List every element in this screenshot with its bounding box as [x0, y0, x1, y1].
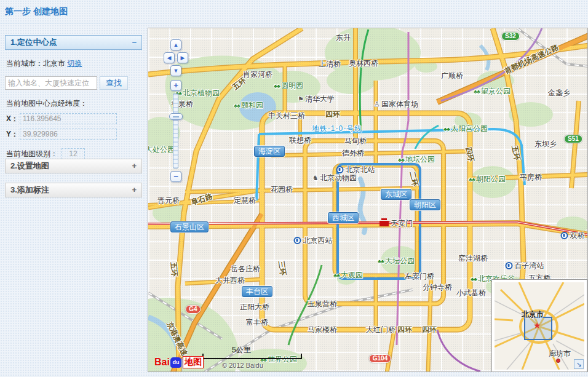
map-label-station: 北京西站 — [294, 237, 333, 244]
tree-icon: ♣♣ — [443, 126, 450, 132]
tiananmen-icon — [379, 221, 389, 226]
collapse-icon[interactable]: − — [132, 36, 137, 49]
expand-icon[interactable]: + — [132, 183, 137, 197]
map-label-text: 四环 — [325, 110, 340, 119]
map-label-text: 五环 — [169, 261, 179, 277]
map-label-place: 富丰桥 — [246, 319, 268, 326]
baidu-logo-ditu: 地图 — [183, 356, 204, 368]
map-label-roadlab: 五环 — [170, 262, 178, 277]
map-label-text: 玉泉营桥 — [308, 300, 337, 308]
metro-station-icon — [294, 237, 301, 244]
map-label-text: 四环 — [397, 325, 412, 334]
map-label-text: 太阳宫公园 — [451, 124, 488, 133]
x-coord-input[interactable] — [20, 113, 117, 124]
map-label-text: 京港澳高速 — [165, 320, 189, 357]
zoom-in-button[interactable]: + — [170, 80, 181, 91]
map-label-place: 分钟寺桥 — [423, 284, 452, 291]
overview-minimap[interactable]: 北京市 ★ 廊坊市 ↘ — [491, 279, 587, 372]
map-label-tiananmen: 天安门 — [379, 220, 413, 227]
panel-locate-center-header[interactable]: 1.定位中心点 − — [5, 35, 142, 50]
map-label-place: 上清桥 — [319, 60, 341, 68]
minimap-city2-dot — [556, 359, 560, 363]
map-label-text: 花园桥 — [271, 185, 293, 194]
map-label-place: 定慧桥 — [234, 197, 256, 204]
map-label-text: 德外桥 — [342, 149, 364, 157]
map-label-text: 北京北站 — [346, 165, 375, 174]
map-builder-page: 第一步 创建地图 1.定位中心点 − 当前城市：北京市 切换 查找 当前地图中心… — [0, 0, 588, 377]
pan-down-button[interactable]: ▼ — [170, 65, 181, 76]
zoom-out-button[interactable]: − — [170, 171, 181, 182]
map-label-shield-g: S32 — [501, 32, 520, 41]
minimap-collapse-button[interactable]: ↘ — [574, 359, 584, 369]
map-level-input[interactable] — [62, 148, 85, 159]
map-label-text: 西城区 — [332, 213, 354, 222]
map-label-text: 望京公园 — [481, 87, 511, 95]
map-label-text: 朝阳公园 — [476, 175, 506, 183]
map-label-text: 北京动物园 — [320, 173, 357, 182]
scale-bar — [202, 355, 302, 359]
zoo-icon: ♞ — [312, 174, 319, 181]
minimap-content: 北京市 ★ 廊坊市 ↘ — [495, 282, 584, 370]
search-input[interactable] — [5, 76, 97, 90]
metro-station-icon — [336, 166, 344, 173]
map-label-roadlab: 五环 — [511, 145, 522, 161]
map-label-roadlab: 四环 — [422, 326, 437, 333]
tree-icon: ♣♣ — [274, 83, 280, 89]
panel-map-settings-title: 2.设置地图 — [10, 161, 49, 170]
map-label-text: 首都机场高速公路 — [503, 42, 560, 75]
map-label-station: 百子湾站 — [506, 262, 544, 269]
map-label-text: 朝阳区 — [414, 200, 436, 209]
map-label-place: 窑洼湖桥 — [458, 255, 488, 262]
zoom-slider-thumb[interactable] — [169, 113, 183, 120]
panel-map-settings-header[interactable]: 2.设置地图 + — [5, 159, 142, 173]
pan-up-button[interactable]: ▲ — [170, 39, 181, 50]
map-label-place: 肖家河桥 — [243, 71, 272, 78]
minimap-city-label: 北京市 — [522, 309, 544, 320]
map-label-text: 圆明园 — [281, 81, 303, 90]
map-label-text: 双桥 — [570, 231, 585, 240]
map-label-text: 四环 — [422, 325, 437, 334]
map-label-place: 东坝乡 — [534, 140, 557, 148]
switch-city-link[interactable]: 切换 — [67, 59, 82, 68]
map-label-text: 大观园 — [341, 271, 363, 279]
current-city-label: 当前城市： — [6, 59, 43, 68]
map-label-text: 国家体育场 — [381, 100, 418, 108]
header-divider — [0, 23, 588, 23]
expand-icon[interactable]: + — [132, 159, 137, 173]
find-button[interactable]: 查找 — [100, 76, 128, 90]
zoom-slider-track[interactable] — [173, 93, 178, 169]
panel-add-markers-header[interactable]: 3.添加标注 + — [5, 183, 142, 197]
x-label: X： — [6, 114, 20, 124]
map-label-text: 天坛公园 — [385, 256, 415, 265]
map-label-park: ♣♣望京公园 — [474, 87, 511, 95]
pan-left-button[interactable]: ◀ — [164, 52, 175, 63]
map-label-text: 四环 — [464, 146, 476, 162]
current-city-value: 北京市 — [43, 59, 65, 68]
map-label-text: 窑洼湖桥 — [458, 254, 488, 263]
map-label-place: 奥林西桥 — [349, 60, 378, 67]
map-label-text: 二环 — [408, 171, 420, 187]
map-copyright: © 2012 Baidu — [222, 362, 263, 369]
map-label-place: 平房桥 — [520, 173, 542, 181]
y-coord-input[interactable] — [20, 129, 117, 140]
map-canvas[interactable]: 东升肖家河桥上清桥奥林西桥香泉桥中关村三桥联想桥马甸桥德外桥花园桥晋元桥定慧桥岳… — [148, 28, 588, 372]
pan-right-button[interactable]: ▶ — [177, 52, 188, 63]
y-coord-row: Y： — [6, 129, 141, 140]
map-label-text: 北京西站 — [303, 236, 333, 245]
map-label-roadlab: 首都机场高速公路 — [503, 43, 560, 74]
map-label-place: 小武基桥 — [456, 289, 486, 296]
map-label-place: 马甸桥 — [344, 137, 367, 145]
minimap-star-icon: ★ — [533, 320, 541, 330]
tree-icon: ♣♣ — [474, 89, 480, 95]
map-label-roadlab: 三环 — [277, 260, 287, 276]
map-label-text: 晋元桥 — [157, 196, 180, 205]
panel-add-markers-title: 3.添加标注 — [10, 185, 49, 194]
map-label-place: 德外桥 — [342, 149, 364, 157]
tree-icon: ♣♣ — [378, 258, 384, 264]
map-label-place: 大井西桥 — [215, 277, 245, 284]
map-label-text: 上清桥 — [319, 60, 341, 68]
map-label-text: G4 — [189, 306, 197, 312]
scale-text: 5公里 — [232, 345, 251, 355]
district-badge: 西城区 — [328, 212, 359, 223]
map-label-roadlab: 四环 — [325, 111, 340, 118]
